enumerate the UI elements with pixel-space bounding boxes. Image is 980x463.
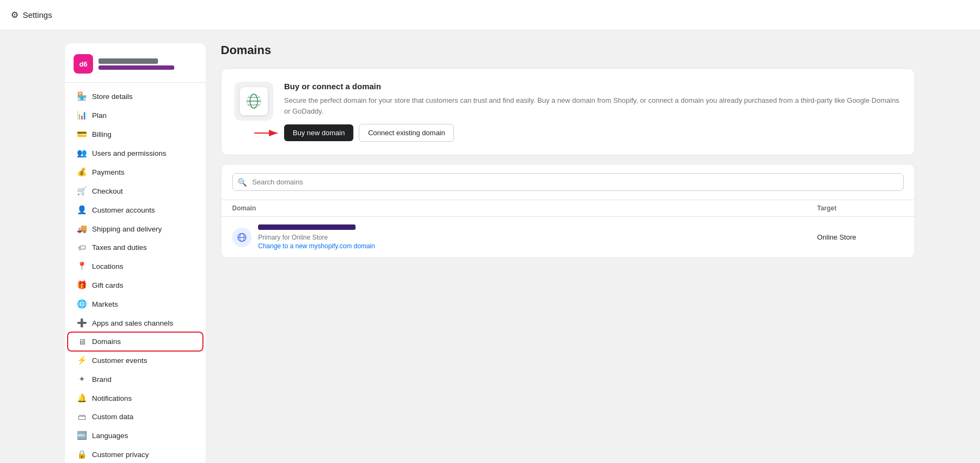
top-bar: ⚙ Settings — [0, 0, 980, 30]
domains-icon: 🖥 — [77, 337, 87, 346]
brand-icon: ✦ — [77, 374, 87, 384]
domain-row-info: Primary for Online Store Change to a new… — [258, 224, 811, 250]
nav-item[interactable]: 🏪 Store details — [68, 87, 202, 105]
nav-item-customer-events[interactable]: ⚡ Customer events — [68, 351, 202, 369]
www-icon — [240, 87, 268, 115]
nav-item-customer-accounts[interactable]: 👤 Customer accounts — [68, 201, 202, 219]
customer-accounts-icon: 👤 — [77, 205, 87, 215]
search-section: 🔍 — [221, 164, 915, 191]
promo-text: Buy or connect a domain Secure the perfe… — [284, 82, 902, 142]
nav-item-plan[interactable]: 📊 Plan — [68, 106, 202, 124]
nav-item-locations[interactable]: 📍 Locations — [68, 257, 202, 275]
domain-promo: Buy or connect a domain Secure the perfe… — [221, 69, 915, 155]
nav-item-gift-cards[interactable]: 🎁 Gift cards — [68, 276, 202, 294]
domain-target: Online Store — [817, 233, 904, 241]
nav-item-customer-privacy[interactable]: 🔒 Customer privacy — [68, 445, 202, 463]
arrow-annotation — [252, 125, 281, 141]
target-column-header: Target — [817, 204, 904, 212]
users-icon: 👥 — [77, 148, 87, 158]
shipping-icon: 🚚 — [77, 224, 87, 234]
nav-item-shipping[interactable]: 🚚 Shipping and delivery — [68, 220, 202, 238]
search-input-wrap: 🔍 — [232, 173, 904, 191]
domain-table: Domain Target Primary for On — [221, 200, 915, 257]
store-name-bar — [98, 58, 158, 64]
store-info — [98, 58, 174, 70]
customer-privacy-icon: 🔒 — [77, 449, 87, 459]
nav-item-billing[interactable]: 💳 Billing — [68, 125, 202, 143]
settings-icon: ⚙ — [11, 10, 18, 20]
www-icon-wrap — [234, 82, 273, 121]
nav-item-markets[interactable]: 🌐 Markets — [68, 295, 202, 313]
markets-icon: 🌐 — [77, 299, 87, 309]
table-row: Primary for Online Store Change to a new… — [221, 216, 915, 257]
globe-row-icon — [237, 233, 247, 242]
globe-icon — [245, 92, 262, 110]
notifications-icon: 🔔 — [77, 393, 87, 403]
connect-existing-domain-button[interactable]: Connect existing domain — [359, 124, 454, 142]
buy-new-domain-button[interactable]: Buy new domain — [284, 124, 353, 141]
nav-item-custom-data[interactable]: 🗃 Custom data — [68, 408, 202, 426]
taxes-icon: 🏷 — [77, 243, 87, 252]
domain-table-header: Domain Target — [221, 200, 915, 216]
nav-item-languages[interactable]: 🔤 Languages — [68, 426, 202, 445]
promo-buttons: Buy new domain Connect existing domain — [284, 124, 902, 142]
domain-row-icon — [232, 228, 252, 247]
domain-column-header: Domain — [232, 204, 817, 212]
nav-item-apps[interactable]: ➕ Apps and sales channels — [68, 314, 202, 332]
store-url-bar — [98, 65, 174, 70]
page-title: Domains — [221, 43, 915, 57]
billing-icon: 💳 — [77, 129, 87, 139]
payments-icon: 💰 — [77, 167, 87, 177]
locations-icon: 📍 — [77, 261, 87, 271]
custom-data-icon: 🗃 — [77, 412, 87, 421]
nav-item-brand[interactable]: ✦ Brand — [68, 370, 202, 388]
nav-item-checkout[interactable]: 🛒 Checkout — [68, 182, 202, 200]
nav-item-payments[interactable]: 💰 Payments — [68, 163, 202, 181]
main-content: Domains Buy or connect — [206, 43, 915, 463]
change-domain-link[interactable]: Change to a new myshopify.com domain — [258, 242, 375, 250]
store-header: d6 — [65, 50, 206, 83]
nav-item-notifications[interactable]: 🔔 Notifications — [68, 389, 202, 407]
customer-events-icon: ⚡ — [77, 355, 87, 365]
plan-icon: 📊 — [77, 110, 87, 120]
domain-table-card: 🔍 Domain Target — [221, 164, 915, 258]
checkout-icon: 🛒 — [77, 186, 87, 196]
promo-title: Buy or connect a domain — [284, 82, 902, 91]
nav-item-users[interactable]: 👥 Users and permissions — [68, 144, 202, 162]
promo-description: Secure the perfect domain for your store… — [284, 95, 902, 116]
domain-primary-label: Primary for Online Store — [258, 233, 811, 241]
nav-item-taxes[interactable]: 🏷 Taxes and duties — [68, 239, 202, 256]
sidebar: d6 🏪 Store details 📊 Plan 💳 Billing 👥 Us… — [65, 43, 206, 463]
domain-promo-card: Buy or connect a domain Secure the perfe… — [221, 68, 915, 155]
apps-icon: ➕ — [77, 318, 87, 328]
search-input[interactable] — [232, 173, 904, 191]
top-bar-title: ⚙ Settings — [11, 10, 52, 20]
languages-icon: 🔤 — [77, 431, 87, 440]
top-bar-label: Settings — [23, 10, 52, 19]
store-avatar[interactable]: d6 — [74, 54, 93, 74]
layout: d6 🏪 Store details 📊 Plan 💳 Billing 👥 Us… — [0, 30, 980, 463]
nav-item-domains[interactable]: 🖥 Domains — [68, 333, 202, 350]
search-icon: 🔍 — [238, 178, 247, 187]
gift-cards-icon: 🎁 — [77, 280, 87, 290]
domain-name-redacted — [258, 224, 356, 230]
store-details-icon: 🏪 — [77, 91, 87, 101]
